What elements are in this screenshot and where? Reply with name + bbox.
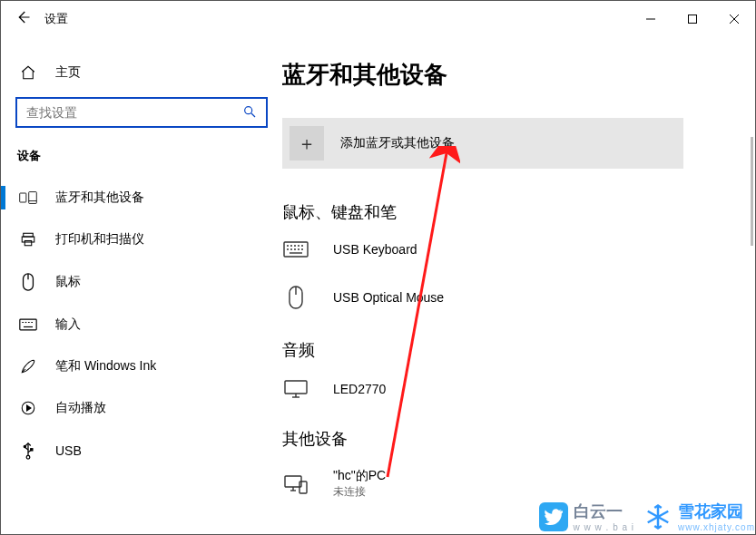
add-device-tile[interactable]: ＋ 添加蓝牙或其他设备 [282,118,683,169]
svg-rect-9 [24,233,34,237]
sidebar-item-label: 打印机和扫描仪 [55,231,144,248]
content: 蓝牙和其他设备 ＋ 添加蓝牙或其他设备 鼠标、键盘和笔 USB Keyboard… [282,37,755,534]
sidebar-item-pen[interactable]: 笔和 Windows Ink [15,349,268,384]
window-title: 设置 [44,11,68,27]
usb-icon [19,442,37,460]
svg-point-22 [26,455,30,459]
device-name: "hc"的PC [333,468,386,484]
section-audio: 音频 [282,339,737,361]
search-input[interactable] [26,105,242,120]
sidebar-item-label: 自动播放 [55,400,106,416]
body: 主页 设备 蓝牙和其他设备 [1,37,755,534]
sidebar-nav: 蓝牙和其他设备 打印机和扫描仪 鼠标 [15,180,268,469]
svg-marker-21 [27,405,32,411]
bluetooth-devices-icon [19,190,37,205]
svg-rect-7 [29,192,37,204]
sidebar-item-bluetooth[interactable]: 蓝牙和其他设备 [15,180,268,215]
sidebar-item-label: 笔和 Windows Ink [55,358,156,374]
device-status: 未连接 [333,484,386,500]
device-info: "hc"的PC 未连接 [333,468,386,500]
device-pc[interactable]: "hc"的PC 未连接 [282,461,737,500]
sidebar-category: 设备 [17,148,268,164]
svg-rect-43 [285,476,301,487]
autoplay-icon [19,400,37,416]
device-name: LED2770 [333,382,386,396]
svg-rect-6 [20,193,26,202]
device-keyboard[interactable]: USB Keyboard [282,234,737,277]
device-name: USB Keyboard [333,242,417,257]
back-button[interactable] [1,9,44,30]
section-mouse-kb-pen: 鼠标、键盘和笔 [282,201,737,223]
pen-icon [19,358,37,374]
device-name: USB Optical Mouse [333,290,444,305]
section-other: 其他设备 [282,428,737,450]
settings-window: 设置 主页 设备 [0,0,756,535]
search-box[interactable] [15,97,268,128]
sidebar: 主页 设备 蓝牙和其他设备 [1,37,282,534]
plus-icon: ＋ [290,126,324,160]
sidebar-item-label: USB [55,443,82,458]
home-icon [19,64,37,81]
sidebar-item-label: 蓝牙和其他设备 [55,190,144,206]
svg-point-24 [24,445,25,447]
home-link[interactable]: 主页 [15,59,268,86]
device-monitor[interactable]: LED2770 [282,372,737,419]
titlebar: 设置 [1,1,755,37]
svg-rect-14 [20,319,36,330]
sidebar-item-typing[interactable]: 输入 [15,307,268,342]
search-icon [242,104,257,122]
window-controls [630,5,755,34]
home-label: 主页 [55,64,81,81]
sidebar-item-autoplay[interactable]: 自动播放 [15,391,268,425]
keyboard-icon [282,241,309,258]
maximize-button[interactable] [672,5,713,34]
svg-line-5 [251,113,255,117]
search-wrap [15,97,268,128]
sidebar-item-label: 输入 [55,316,81,333]
sidebar-item-usb[interactable]: USB [15,433,268,469]
device-mouse[interactable]: USB Optical Mouse [282,277,737,330]
mouse-icon [19,273,37,291]
page-title: 蓝牙和其他设备 [282,59,737,91]
close-button[interactable] [713,5,755,34]
svg-rect-1 [689,15,697,24]
svg-rect-25 [31,449,33,451]
svg-point-4 [245,106,252,113]
sidebar-item-mouse[interactable]: 鼠标 [15,264,268,300]
svg-rect-10 [22,237,34,242]
scrollbar[interactable] [751,137,753,246]
monitor-icon [282,379,309,399]
keyboard-icon [19,318,37,331]
svg-rect-40 [285,381,307,394]
minimize-button[interactable] [630,5,672,34]
sidebar-item-label: 鼠标 [55,274,81,290]
sidebar-item-printers[interactable]: 打印机和扫描仪 [15,222,268,257]
mouse-icon [282,285,309,310]
printer-icon [19,231,37,248]
pc-icon [282,474,309,494]
add-device-label: 添加蓝牙或其他设备 [340,135,455,151]
svg-rect-11 [25,241,32,246]
